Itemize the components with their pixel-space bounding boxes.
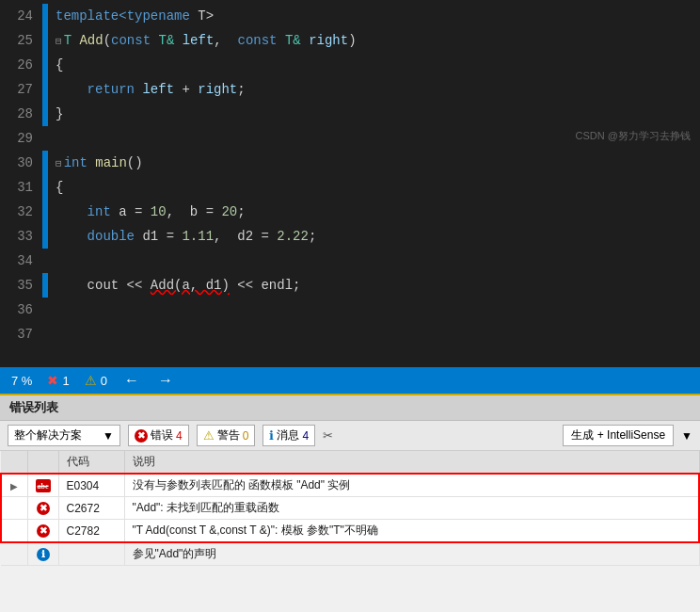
row-code: C2782 <box>58 520 124 543</box>
error-filter-button[interactable]: ✖ 错误 4 <box>128 425 189 446</box>
line-gutter <box>42 200 48 224</box>
code-line: 36 <box>0 298 700 322</box>
build-button[interactable]: 生成 + IntelliSense <box>563 425 674 446</box>
line-number: 30 <box>0 155 42 170</box>
table-row[interactable]: ✖C2672"Add": 未找到匹配的重载函数 <box>1 497 699 520</box>
row-description: 没有与参数列表匹配的 函数模板 "Add" 实例 <box>124 474 699 497</box>
line-number: 34 <box>0 253 42 268</box>
expand-arrow-icon: ▶ <box>10 481 18 491</box>
row-expand[interactable] <box>1 497 27 520</box>
line-content: } <box>56 106 63 121</box>
row-code <box>58 542 124 566</box>
scope-dropdown[interactable]: 整个解决方案 ▼ <box>8 425 120 446</box>
line-number: 36 <box>0 302 42 317</box>
info-filter-button[interactable]: ℹ 消息 4 <box>262 425 315 446</box>
line-gutter <box>42 126 48 151</box>
row-description: "T Add(const T &,const T &)": 模板 参数"T"不明… <box>124 520 699 543</box>
col-desc-label: 说明 <box>124 451 699 474</box>
line-number: 29 <box>0 131 42 146</box>
line-number: 31 <box>0 180 42 195</box>
row-icon-cell: ✖ <box>27 497 58 520</box>
line-content: template<typename T> <box>56 8 214 24</box>
row-expand[interactable] <box>1 520 27 543</box>
code-line: 37 <box>0 322 700 346</box>
line-gutter <box>42 273 48 298</box>
line-content: ⊟int main() <box>56 155 143 170</box>
nav-back-button[interactable]: ← <box>122 372 141 389</box>
chevron-down-icon: ▼ <box>103 429 114 443</box>
error-abc-icon: abc <box>36 479 51 492</box>
line-gutter <box>42 249 48 273</box>
error-panel-title: 错误列表 <box>0 395 700 421</box>
line-gutter <box>42 298 48 322</box>
error-toolbar: 整个解决方案 ▼ ✖ 错误 4 ⚠ 警告 0 ℹ 消息 4 ✂ 生成 + Int… <box>0 421 700 451</box>
table-row[interactable]: ▶abcE0304没有与参数列表匹配的 函数模板 "Add" 实例 <box>1 474 699 497</box>
row-code: C2672 <box>58 497 124 520</box>
error-filter-icon: ✖ <box>135 429 148 443</box>
table-row[interactable]: ✖C2782"T Add(const T &,const T &)": 模板 参… <box>1 520 699 543</box>
line-number: 32 <box>0 204 42 219</box>
line-number: 33 <box>0 229 42 244</box>
line-gutter <box>42 322 48 346</box>
line-number: 37 <box>0 327 42 342</box>
line-content: ⊟T Add(const T& left, const T& right) <box>56 33 357 48</box>
code-lines: 24template<typename T>25⊟T Add(const T& … <box>0 0 700 350</box>
error-icon: ✖ <box>47 373 58 388</box>
line-content: return left + right; <box>56 82 246 97</box>
line-number: 27 <box>0 82 42 97</box>
error-circle-icon: ✖ <box>37 524 50 538</box>
code-line: 34 <box>0 249 700 273</box>
line-content: int a = 10, b = 20; <box>56 204 246 219</box>
col-code-label: 代码 <box>58 451 124 474</box>
warning-filter-icon: ⚠ <box>203 428 215 443</box>
line-gutter <box>42 4 48 28</box>
status-bar: 7 % ✖ 1 ⚠ 0 ← → <box>0 367 700 394</box>
code-line: 32 int a = 10, b = 20; <box>0 200 700 224</box>
table-header-row: 代码 说明 <box>1 451 699 474</box>
row-icon-cell: abc <box>27 474 58 497</box>
error-panel: 错误列表 整个解决方案 ▼ ✖ 错误 4 ⚠ 警告 0 ℹ 消息 4 ✂ 生成 … <box>0 394 700 612</box>
info-circle-icon: ℹ <box>37 548 50 561</box>
warning-filter-button[interactable]: ⚠ 警告 0 <box>197 425 256 446</box>
line-number: 24 <box>0 8 42 24</box>
line-gutter <box>42 102 48 126</box>
code-line: 30⊟int main() <box>0 151 700 175</box>
line-gutter <box>42 151 48 175</box>
table-row[interactable]: ℹ参见"Add"的声明 <box>1 542 699 566</box>
line-content: { <box>56 57 63 72</box>
code-editor: 24template<typename T>25⊟T Add(const T& … <box>0 0 700 367</box>
line-gutter <box>42 28 48 53</box>
code-line: 33 double d1 = 1.11, d2 = 2.22; <box>0 224 700 249</box>
code-line: 24template<typename T> <box>0 4 700 28</box>
code-line: 35 cout << Add(a, d1) << endl; <box>0 273 700 298</box>
row-icon-cell: ✖ <box>27 520 58 543</box>
error-circle-icon: ✖ <box>37 502 50 515</box>
line-number: 26 <box>0 57 42 72</box>
code-line: 29 <box>0 126 700 151</box>
col-code <box>1 451 27 474</box>
code-line: 25⊟T Add(const T& left, const T& right) <box>0 28 700 53</box>
col-icon <box>27 451 58 474</box>
line-number: 25 <box>0 33 42 48</box>
line-gutter <box>42 224 48 249</box>
nav-forward-button[interactable]: → <box>156 372 175 389</box>
row-expand[interactable] <box>1 542 27 566</box>
line-number: 35 <box>0 278 42 293</box>
zoom-level: 7 % <box>11 374 32 388</box>
line-content: double d1 = 1.11, d2 = 2.22; <box>56 229 316 244</box>
row-code: E0304 <box>58 474 124 497</box>
build-dropdown-icon: ▼ <box>681 429 692 443</box>
code-line: 27 return left + right; <box>0 77 700 102</box>
row-description: "Add": 未找到匹配的重载函数 <box>124 497 699 520</box>
warning-icon: ⚠ <box>85 373 97 388</box>
line-number: 28 <box>0 106 42 121</box>
line-gutter <box>42 175 48 200</box>
line-gutter <box>42 53 48 77</box>
warning-status: ⚠ 0 <box>85 373 107 388</box>
row-icon-cell: ℹ <box>27 542 58 566</box>
row-expand[interactable]: ▶ <box>1 474 27 497</box>
line-content: cout << Add(a, d1) << endl; <box>56 278 300 293</box>
line-content: { <box>56 180 63 195</box>
code-line: 31{ <box>0 175 700 200</box>
error-status: ✖ 1 <box>47 373 69 388</box>
